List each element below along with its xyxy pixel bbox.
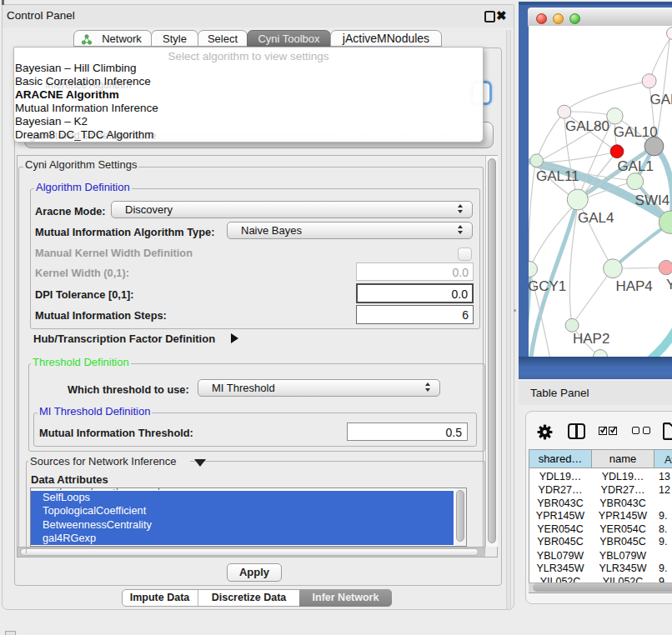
svg-text:GAL80: GAL80 <box>565 118 609 134</box>
svg-text:GAL1: GAL1 <box>617 158 653 174</box>
svg-text:GAL4: GAL4 <box>578 210 614 226</box>
svg-text:Y: Y <box>666 277 672 292</box>
svg-text:HAP4: HAP4 <box>615 278 652 294</box>
svg-text:SWI4: SWI4 <box>635 192 670 208</box>
svg-text:GAL10: GAL10 <box>614 124 658 140</box>
svg-text:HAP2: HAP2 <box>573 331 609 347</box>
svg-text:GAL7: GAL7 <box>650 92 672 108</box>
svg-text:GCY1: GCY1 <box>529 278 566 294</box>
svg-text:GAL11: GAL11 <box>536 168 579 184</box>
